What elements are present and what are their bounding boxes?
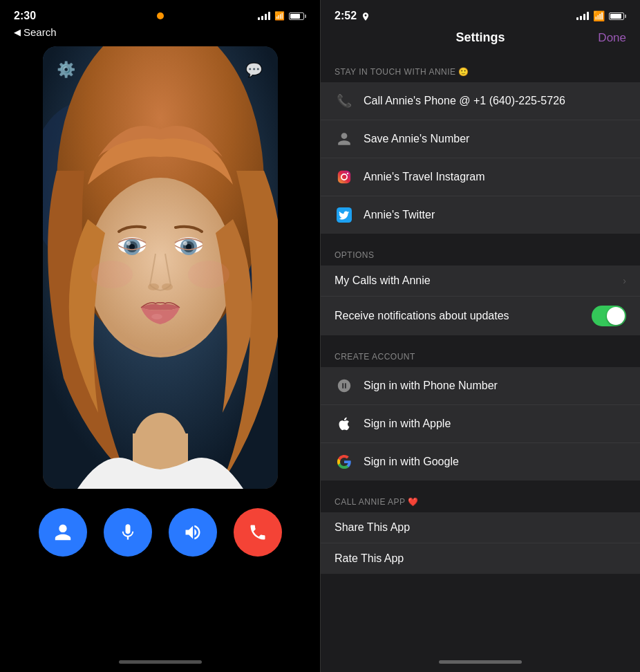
call-phone-item[interactable]: 📞 Call Annie's Phone @ +1 (640)-225-5726 [321, 82, 640, 120]
notifications-item[interactable]: Receive notifications about updates [321, 297, 640, 335]
apple-icon [335, 414, 354, 433]
call-annie-app-group: Share This App Rate This App [321, 512, 640, 574]
svg-point-20 [151, 314, 162, 319]
phone-icon: 📞 [335, 91, 354, 111]
back-nav[interactable]: ◀ Search [0, 25, 320, 44]
ai-avatar [43, 46, 278, 489]
svg-point-22 [188, 261, 229, 288]
back-chevron-icon: ◀ [14, 27, 21, 37]
svg-point-12 [126, 241, 131, 245]
save-number-item[interactable]: Save Annie's Number [321, 120, 640, 158]
twitter-icon [335, 205, 354, 225]
svg-point-17 [183, 241, 187, 245]
settings-header: Settings Done [321, 25, 640, 56]
location-icon [361, 12, 370, 21]
signal-icon-right [576, 12, 589, 20]
status-icons-right: 📶 [576, 10, 626, 21]
person-circle-icon [335, 129, 354, 149]
share-app-text: Share This App [335, 521, 626, 534]
mute-button[interactable] [104, 508, 152, 557]
call-phone-text: Call Annie's Phone @ +1 (640)-225-5726 [364, 95, 626, 107]
rate-app-text: Rate This App [335, 552, 626, 565]
sign-in-apple-item[interactable]: Sign in with Apple [321, 405, 640, 443]
video-call-view: ⚙️ 💬 [43, 46, 278, 489]
time-right: 2:52 [335, 10, 370, 22]
chat-overlay-button[interactable]: 💬 [242, 57, 267, 82]
chevron-icon: › [623, 275, 626, 286]
instagram-text: Annie's Travel Instagram [364, 171, 626, 183]
notifications-toggle[interactable] [592, 306, 626, 326]
svg-point-16 [186, 244, 191, 250]
battery-icon [289, 12, 306, 20]
notifications-text: Receive notifications about updates [335, 310, 592, 322]
wifi-icon: 📶 [274, 11, 285, 21]
wifi-icon-right: 📶 [593, 10, 605, 21]
settings-overlay-button[interactable]: ⚙️ [54, 57, 79, 82]
twitter-item[interactable]: Annie's Twitter [321, 196, 640, 234]
left-phone: 2:30 📶 ◀ Search [0, 0, 320, 672]
sign-in-google-item[interactable]: Sign in with Google [321, 443, 640, 480]
rate-app-item[interactable]: Rate This App [321, 543, 640, 574]
done-button[interactable]: Done [598, 31, 626, 45]
status-icons-left: 📶 [258, 11, 306, 21]
time-left: 2:30 [14, 10, 36, 22]
create-account-group: Sign in with Phone Number Sign in with A… [321, 367, 640, 480]
back-label: Search [23, 26, 57, 38]
right-phone: 2:52 📶 Settings Done STA [320, 0, 640, 672]
share-app-item[interactable]: Share This App [321, 512, 640, 543]
end-call-button[interactable] [234, 508, 282, 557]
sign-in-phone-text: Sign in with Phone Number [364, 380, 626, 392]
sign-in-google-text: Sign in with Google [364, 456, 626, 468]
svg-point-19 [162, 283, 173, 290]
my-calls-text: My Calls with Annie [335, 274, 617, 287]
battery-icon-right [609, 12, 626, 20]
home-indicator-right [439, 660, 522, 664]
sign-in-apple-text: Sign in with Apple [364, 418, 626, 430]
sign-in-phone-item[interactable]: Sign in with Phone Number [321, 367, 640, 405]
recording-indicator [157, 12, 164, 19]
create-account-header: CREATE ACCOUNT [321, 341, 640, 367]
signal-icon [258, 12, 270, 20]
svg-point-21 [91, 261, 133, 288]
call-controls [39, 508, 282, 557]
svg-rect-23 [338, 171, 350, 183]
svg-point-11 [129, 244, 135, 250]
stay-in-touch-group: 📞 Call Annie's Phone @ +1 (640)-225-5726… [321, 82, 640, 234]
settings-title: Settings [455, 30, 505, 45]
my-calls-item[interactable]: My Calls with Annie › [321, 265, 640, 297]
svg-point-18 [148, 283, 159, 290]
svg-point-25 [347, 173, 348, 174]
stay-in-touch-header: STAY IN TOUCH WITH ANNIE 🙂 [321, 56, 640, 82]
instagram-icon [335, 167, 354, 187]
options-group: My Calls with Annie › Receive notificati… [321, 265, 640, 335]
settings-content: STAY IN TOUCH WITH ANNIE 🙂 📞 Call Annie'… [321, 56, 640, 655]
google-icon [335, 452, 354, 472]
phone-sign-icon [335, 376, 354, 395]
person-button[interactable] [39, 508, 87, 557]
instagram-item[interactable]: Annie's Travel Instagram [321, 158, 640, 196]
status-bar-right: 2:52 📶 [321, 0, 640, 25]
home-indicator-left [119, 660, 202, 664]
options-header: OPTIONS [321, 239, 640, 265]
speaker-button[interactable] [169, 508, 217, 557]
save-number-text: Save Annie's Number [364, 133, 626, 145]
call-annie-app-header: CALL ANNIE APP ❤️ [321, 486, 640, 512]
twitter-text: Annie's Twitter [364, 209, 626, 221]
